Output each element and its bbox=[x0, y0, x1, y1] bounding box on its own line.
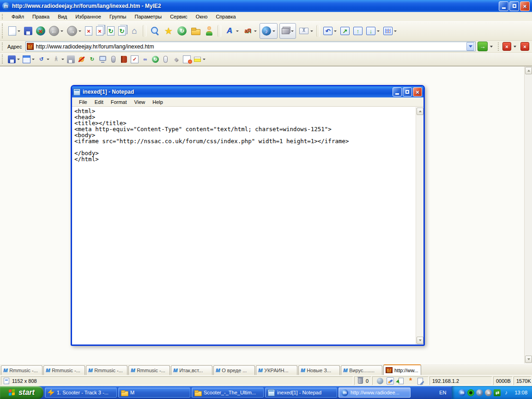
toolbar-grip[interactable] bbox=[2, 42, 3, 50]
notepad-menu-item[interactable]: Edit bbox=[91, 98, 107, 106]
save-form-icon[interactable] bbox=[6, 54, 21, 65]
close-button[interactable]: × bbox=[520, 1, 530, 11]
home-icon[interactable]: ⌂ bbox=[127, 23, 141, 39]
window-icon[interactable] bbox=[97, 54, 108, 65]
browser-tab[interactable]: Rmmusic -... bbox=[86, 365, 127, 375]
media-icon[interactable]: ♪ bbox=[260, 23, 278, 39]
search-icon[interactable] bbox=[148, 23, 162, 39]
highlight-icon[interactable] bbox=[192, 54, 207, 65]
restore-button[interactable] bbox=[509, 1, 519, 11]
folders-icon[interactable] bbox=[188, 23, 202, 39]
schedule-icon[interactable]: ↻ bbox=[151, 54, 160, 65]
close-tab-button[interactable]: × bbox=[502, 42, 511, 51]
dropdown-arrow-icon[interactable] bbox=[60, 30, 63, 32]
dropdown-arrow-icon[interactable] bbox=[310, 30, 313, 32]
toolbar-grip[interactable] bbox=[2, 14, 3, 19]
scroll-up-icon[interactable] bbox=[525, 67, 532, 74]
dropdown-arrow-icon[interactable] bbox=[394, 30, 397, 32]
edit-status-icon[interactable] bbox=[417, 377, 424, 385]
stop-icon[interactable]: × bbox=[83, 23, 94, 39]
dropdown-arrow-icon[interactable] bbox=[291, 30, 294, 32]
notepad-scrollbar[interactable] bbox=[416, 107, 423, 345]
restore-page-icon[interactable]: ↓ bbox=[364, 23, 381, 39]
browser-tab[interactable]: Новые З... bbox=[298, 365, 340, 375]
menu-item[interactable]: Избранное bbox=[71, 12, 105, 21]
maximize-page-icon[interactable]: ↑ bbox=[351, 23, 364, 39]
menu-item[interactable]: Файл bbox=[7, 12, 28, 21]
taskbar-button[interactable]: m http://www.radiodee... bbox=[339, 387, 411, 398]
mail-icon[interactable] bbox=[297, 23, 315, 39]
quick-save-icon[interactable] bbox=[66, 54, 76, 65]
notepad-menu-item[interactable]: File bbox=[75, 98, 91, 106]
notepad-edit-area[interactable]: <html> <head> <title></title> <meta http… bbox=[72, 107, 423, 345]
menu-item[interactable]: Правка bbox=[28, 12, 54, 21]
mouse-gesture-icon[interactable] bbox=[108, 54, 119, 65]
notepad-minimize-button[interactable] bbox=[393, 87, 402, 97]
form-fill-icon[interactable] bbox=[21, 54, 36, 65]
dropdown-arrow-icon[interactable] bbox=[32, 59, 35, 60]
address-input[interactable]: DJ http://www.radiodeejay.hr/forum/lang/… bbox=[25, 42, 476, 51]
block-flash-icon[interactable] bbox=[76, 54, 87, 65]
taskbar-button[interactable]: Scooter_-_The_Ultim... bbox=[192, 387, 264, 398]
scroll-up-icon[interactable] bbox=[417, 108, 423, 115]
status-trash-panel[interactable]: 0 bbox=[354, 376, 371, 385]
minimize-button[interactable] bbox=[499, 1, 508, 11]
info-tray-icon[interactable]: i bbox=[476, 389, 483, 396]
user-profile-icon[interactable] bbox=[202, 23, 216, 39]
refresh-all-icon[interactable]: ↻ bbox=[116, 23, 127, 39]
browser-tab[interactable]: Rmmusic -... bbox=[43, 365, 85, 375]
browser-tab[interactable]: О вреде ... bbox=[213, 365, 255, 375]
stop-all-icon[interactable]: × bbox=[94, 23, 105, 39]
taskbar-button[interactable]: 1. Scooter - Track 3 -... bbox=[45, 387, 117, 398]
dropdown-arrow-icon[interactable] bbox=[47, 59, 49, 60]
import-status-icon[interactable] bbox=[397, 377, 404, 385]
toolbar-grip[interactable] bbox=[2, 54, 3, 64]
agent-tray-icon[interactable]: a bbox=[485, 389, 492, 396]
myie-tray-icon[interactable]: m bbox=[459, 389, 466, 396]
checklist-icon[interactable]: ✓ bbox=[129, 54, 140, 65]
back-icon[interactable]: ← bbox=[47, 23, 65, 39]
offline-icon[interactable]: × bbox=[34, 23, 47, 39]
scroll-down-icon[interactable] bbox=[417, 337, 423, 344]
go-button[interactable]: → bbox=[478, 42, 488, 51]
notepad-menu-item[interactable]: Help bbox=[149, 98, 167, 106]
detach-window-icon[interactable]: ↗ bbox=[339, 23, 351, 39]
notepad-menu-item[interactable]: Format bbox=[107, 98, 131, 106]
language-indicator[interactable]: EN bbox=[434, 390, 452, 395]
collapse-icon[interactable]: ∧ bbox=[51, 54, 66, 65]
browser-tab[interactable]: Rmmusic -... bbox=[1, 365, 42, 375]
go-dropdown-arrow-icon[interactable] bbox=[490, 46, 493, 48]
browser-tab[interactable]: УКРАИН... bbox=[256, 365, 297, 375]
menu-item[interactable]: Группы bbox=[105, 12, 131, 21]
menu-item[interactable]: Вид bbox=[54, 12, 71, 21]
links-icon[interactable]: ∞ bbox=[140, 54, 151, 65]
network-tray-icon[interactable]: ⇄ bbox=[494, 389, 501, 396]
scroll-down-icon[interactable] bbox=[525, 356, 532, 363]
bookmark-book-icon[interactable] bbox=[119, 54, 129, 65]
start-button[interactable]: start bbox=[0, 386, 43, 399]
menu-item[interactable]: Окно bbox=[192, 12, 212, 21]
proxy-status-icon[interactable] bbox=[377, 378, 383, 384]
dropdown-arrow-icon[interactable] bbox=[334, 30, 337, 32]
history-icon[interactable]: ↻ bbox=[175, 23, 188, 39]
undo-icon[interactable]: ↶ bbox=[321, 23, 339, 39]
text-size-icon[interactable]: A bbox=[223, 23, 241, 39]
close-all-button[interactable]: × bbox=[520, 42, 529, 51]
dropdown-arrow-icon[interactable] bbox=[377, 30, 380, 32]
volume-tray-icon[interactable]: ♪ bbox=[502, 389, 509, 396]
dropdown-arrow-icon[interactable] bbox=[203, 59, 206, 60]
taskbar-clock[interactable]: 13:08 bbox=[514, 390, 527, 395]
menu-item[interactable]: Справка bbox=[212, 12, 240, 21]
new-page-icon[interactable] bbox=[6, 23, 22, 39]
dropdown-arrow-icon[interactable] bbox=[17, 59, 20, 60]
favorites-icon[interactable]: ★ bbox=[162, 23, 175, 39]
close-dropdown-arrow-icon[interactable] bbox=[514, 46, 516, 48]
block-page-icon[interactable] bbox=[181, 54, 192, 65]
dropdown-arrow-icon[interactable] bbox=[18, 30, 20, 32]
diamond-icon[interactable]: ◆ bbox=[171, 54, 181, 65]
menu-item[interactable]: Сервис bbox=[166, 12, 192, 21]
toolbar-grip[interactable] bbox=[2, 24, 3, 38]
dropdown-arrow-icon[interactable] bbox=[79, 30, 81, 32]
layout-grid-icon[interactable] bbox=[381, 23, 399, 39]
notepad-menu-item[interactable]: View bbox=[131, 98, 149, 106]
